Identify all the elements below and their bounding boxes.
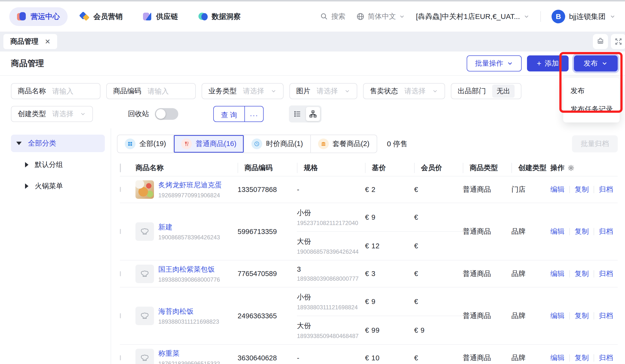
nav-item-operations-center[interactable]: 营运中心: [9, 7, 68, 26]
archive-link[interactable]: 归档: [599, 269, 613, 279]
product-name-input[interactable]: [52, 87, 94, 95]
col-create-type: 创建类型: [511, 163, 550, 173]
row-checkbox[interactable]: [120, 229, 121, 234]
food-icon: [181, 139, 192, 149]
row-checkbox[interactable]: [120, 313, 121, 318]
row-actions: 编辑复制归档: [550, 311, 618, 321]
recycle-bin-group: 回收站: [128, 108, 178, 120]
global-search[interactable]: 搜索: [320, 12, 345, 21]
filter-panel: 商品名称 商品编码 业务类型 请选择 图片 请选择 售卖状态 请选择: [0, 76, 625, 128]
nav-item-member-marketing[interactable]: 会员营销: [72, 7, 130, 26]
product-name-link[interactable]: 新建: [158, 222, 220, 232]
caret-down-icon[interactable]: [16, 142, 22, 145]
chevron-down-icon: [80, 111, 86, 117]
language-switcher[interactable]: 简体中文: [356, 12, 405, 21]
menu-item-publish-task-log[interactable]: 发布任务记录: [563, 100, 620, 119]
copy-link[interactable]: 复制: [575, 269, 589, 279]
filter-business-type[interactable]: 业务类型 请选择: [202, 83, 283, 99]
batch-archive-button[interactable]: 批量归档: [572, 135, 618, 152]
query-split-button: 查 询 ···: [213, 106, 264, 122]
row-checkbox[interactable]: [120, 187, 121, 192]
toggle-knob: [156, 109, 166, 119]
recycle-bin-toggle[interactable]: [155, 108, 178, 120]
copy-link[interactable]: 复制: [575, 185, 589, 195]
filter-placeholder: 请选择: [243, 86, 264, 96]
archive-link[interactable]: 归档: [599, 311, 613, 321]
sidebar-item-all-categories[interactable]: 全部分类: [11, 135, 105, 152]
copy-link[interactable]: 复制: [575, 311, 589, 321]
sidebar-item-hotpot-menu[interactable]: 火锅菜单: [11, 177, 105, 195]
add-button[interactable]: + 添加: [527, 56, 569, 71]
archive-link[interactable]: 归档: [599, 227, 613, 236]
menu-item-publish[interactable]: 发布: [563, 82, 620, 100]
product-code-input[interactable]: [148, 87, 189, 95]
product-name-link[interactable]: 海苔肉松饭: [158, 307, 219, 316]
close-tab-icon[interactable]: ✕: [45, 38, 50, 46]
product-name-link[interactable]: 称重菜: [158, 349, 220, 358]
tab-all-products[interactable]: 全部(19): [118, 135, 173, 153]
row-checkbox[interactable]: [120, 355, 121, 360]
tab-normal-products[interactable]: 普通商品(16): [173, 135, 244, 153]
table-header: 商品名称 商品编码 规格 基价 会员价 商品类型 创建类型 操作: [120, 160, 618, 176]
filter-product-name: 商品名称: [11, 83, 100, 99]
product-table: 商品名称 商品编码 规格 基价 会员价 商品类型 创建类型 操作: [117, 160, 618, 364]
data-insight-icon: [198, 12, 208, 21]
supply-chain-icon: [143, 12, 152, 21]
edit-link[interactable]: 编辑: [550, 227, 564, 236]
more-filters-button[interactable]: ···: [244, 107, 263, 122]
product-code: 2496363365: [238, 312, 297, 320]
nav-item-supply-chain[interactable]: 供应链: [135, 7, 186, 26]
tree-view-button[interactable]: [306, 107, 320, 121]
edit-link[interactable]: 编辑: [550, 185, 564, 195]
base-price: € 10: [365, 354, 414, 362]
divider: [540, 11, 541, 22]
account-menu[interactable]: B bjj连锁集团: [552, 10, 616, 23]
sidebar-item-default-group[interactable]: 默认分组: [11, 156, 105, 173]
tab-product-management[interactable]: 商品管理 ✕: [3, 34, 57, 49]
nav-item-data-insight[interactable]: 数据洞察: [190, 7, 249, 26]
list-view-button[interactable]: [290, 107, 305, 121]
product-name-link[interactable]: 炙烤龙虾班尼迪克蛋: [158, 180, 222, 190]
store-switcher[interactable]: [犇羴鱻]中关村1店EUR,€_UAT...: [416, 12, 530, 22]
filter-row-1: 商品名称 商品编码 业务类型 请选择 图片 请选择 售卖状态 请选择: [11, 83, 618, 99]
copy-link[interactable]: 复制: [575, 353, 589, 363]
avatar: B: [552, 10, 565, 23]
fullscreen-button[interactable]: [611, 34, 625, 49]
product-name-link[interactable]: 国王肉松紫菜包饭: [158, 265, 220, 274]
clear-cache-button[interactable]: [593, 34, 608, 49]
chef-hat-icon: [140, 269, 149, 279]
query-button[interactable]: 查 询: [214, 107, 244, 122]
filter-production-dept[interactable]: 出品部门 无出: [451, 83, 521, 99]
publish-label: 发布: [584, 58, 598, 68]
member-price: €: [414, 242, 463, 250]
archive-link[interactable]: 归档: [599, 353, 613, 363]
batch-operations-button[interactable]: 批量操作: [467, 56, 522, 71]
gear-icon[interactable]: [567, 164, 575, 171]
edit-link[interactable]: 编辑: [550, 353, 564, 363]
search-label: 搜索: [331, 12, 345, 21]
placeholder-thumb: [135, 349, 154, 364]
filter-create-type[interactable]: 创建类型 请选择: [11, 106, 93, 122]
tabstrip-actions: [593, 34, 622, 49]
copy-link[interactable]: 复制: [575, 227, 589, 236]
caret-right-icon[interactable]: [25, 162, 29, 168]
filter-sale-status[interactable]: 售卖状态 请选择: [363, 83, 445, 99]
view-mode-toggle: [289, 106, 321, 122]
spec-name: 大份: [297, 237, 365, 246]
select-all-checkbox[interactable]: [120, 164, 121, 172]
create-type: 门店: [511, 185, 550, 195]
filter-placeholder: 请选择: [405, 86, 426, 96]
caret-right-icon[interactable]: [25, 183, 29, 189]
archive-link[interactable]: 归档: [599, 185, 613, 195]
module-nav: 营运中心 会员营销 供应链 数据洞察: [9, 7, 249, 26]
row-actions: 编辑复制归档: [550, 353, 618, 363]
edit-link[interactable]: 编辑: [550, 311, 564, 321]
edit-link[interactable]: 编辑: [550, 269, 564, 279]
tab-timed-price-products[interactable]: 时价商品(1): [244, 135, 310, 153]
row-checkbox[interactable]: [120, 271, 121, 276]
filter-picture[interactable]: 图片 请选择: [289, 83, 357, 99]
nav-label: 数据洞察: [212, 12, 241, 22]
grid-icon: [125, 139, 135, 149]
publish-button[interactable]: 发布: [574, 56, 618, 71]
tab-combo-products[interactable]: 套餐商品(2): [310, 135, 377, 153]
